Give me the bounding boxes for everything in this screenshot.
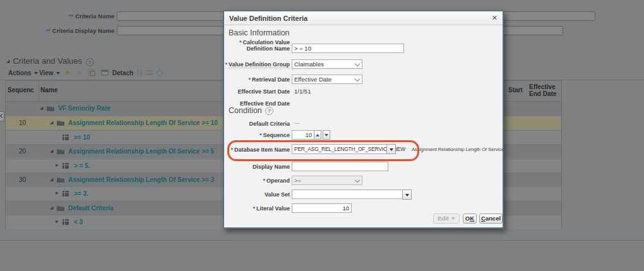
tree-node-label[interactable]: Default Criteria bbox=[68, 205, 114, 212]
help-icon[interactable]: ? bbox=[86, 58, 94, 66]
collapse-icon[interactable]: ◢ bbox=[50, 120, 53, 125]
add-button[interactable]: + bbox=[65, 67, 70, 77]
grid-icon bbox=[63, 135, 69, 140]
ok-button[interactable]: OK bbox=[463, 214, 477, 224]
sequence-input[interactable]: 10 bbox=[292, 130, 314, 140]
retrieval-date-label: *Retrieval Date bbox=[224, 76, 290, 83]
sequence-cell: 10 bbox=[6, 119, 26, 126]
dialog-title: Value Definition Criteria bbox=[229, 15, 307, 22]
view-menu[interactable]: View bbox=[39, 69, 60, 76]
calc-value-definition-name-label: *Calculation Value Definition Name bbox=[224, 39, 290, 52]
chevron-down-icon bbox=[355, 178, 360, 183]
panel-splitter-handle[interactable] bbox=[0, 111, 4, 121]
help-icon[interactable]: ? bbox=[265, 107, 273, 115]
expand-icon[interactable]: ▸ bbox=[56, 190, 59, 196]
dropdown-arrow-icon bbox=[405, 194, 409, 196]
dropdown-arrow-icon bbox=[390, 148, 393, 151]
column-header-effective-start[interactable]: Start bbox=[508, 87, 523, 93]
column-header-name[interactable]: Name bbox=[40, 87, 57, 93]
chevron-down-icon bbox=[34, 72, 38, 75]
criteria-display-name-label: **Criteria Display Name bbox=[25, 27, 114, 34]
grid-icon bbox=[63, 219, 69, 225]
collapse-icon[interactable]: ◢ bbox=[50, 177, 53, 182]
dialog-titlebar: Value Definition Criteria ✕ bbox=[224, 11, 503, 25]
sequence-increment-button[interactable] bbox=[314, 130, 321, 140]
folder-icon bbox=[47, 105, 54, 111]
page: **Criteria Name **Criteria Display Name … bbox=[0, 0, 644, 271]
basic-information-section-header: Basic Information bbox=[229, 28, 290, 37]
effective-start-date-value: 1/1/51 bbox=[294, 88, 311, 95]
required-marker: ** bbox=[69, 13, 73, 20]
tree-node-label[interactable]: > = 5. bbox=[74, 162, 90, 169]
value-set-label: Value Set bbox=[224, 191, 290, 198]
display-name-input[interactable] bbox=[292, 162, 388, 171]
expand-icon[interactable]: ▸ bbox=[56, 162, 59, 168]
sequence-label: *Sequence bbox=[224, 132, 290, 138]
grid-icon bbox=[63, 163, 69, 169]
refresh-icon bbox=[156, 69, 164, 76]
chevron-down-icon bbox=[355, 76, 360, 81]
sequence-cell: 20 bbox=[6, 148, 26, 155]
column-divider bbox=[39, 81, 39, 102]
value-definition-group-label: *Value Definition Group bbox=[224, 61, 290, 68]
default-criteria-label: Default Criteria bbox=[224, 121, 290, 127]
effective-start-date-label: Effective Start Date bbox=[224, 88, 290, 95]
detach-button[interactable]: Detach bbox=[101, 69, 133, 76]
operand-label: *Operand bbox=[224, 178, 290, 184]
value-set-dropdown-button[interactable] bbox=[402, 190, 412, 200]
column-header-effective-end[interactable]: Effective End Date bbox=[529, 83, 566, 97]
value-definition-group-select[interactable]: Claimables bbox=[292, 59, 362, 69]
condition-section-header: Condition? bbox=[229, 106, 273, 115]
footer-divider bbox=[0, 240, 644, 241]
chevron-down-icon bbox=[451, 217, 455, 220]
close-icon[interactable]: ✕ bbox=[492, 14, 498, 22]
database-item-name-dropdown-button[interactable] bbox=[386, 144, 396, 154]
column-header-sequence[interactable]: Sequenc bbox=[8, 87, 34, 93]
tree-node-label[interactable]: >= 3. bbox=[74, 190, 88, 197]
tree-node-label[interactable]: < 3 bbox=[74, 219, 83, 226]
value-definition-criteria-dialog: Value Definition Criteria ✕ Basic Inform… bbox=[223, 10, 504, 229]
sequence-cell: 30 bbox=[6, 176, 26, 183]
database-item-name-input[interactable]: PER_ASG_REL_LENGTH_OF_SERVICE_NEW bbox=[292, 144, 389, 154]
tree-node-label[interactable]: >= 10 bbox=[74, 134, 90, 141]
criteria-name-label: **Criteria Name bbox=[25, 13, 114, 20]
folder-icon bbox=[57, 120, 64, 126]
value-set-input[interactable] bbox=[292, 190, 405, 199]
collapse-arrow-icon bbox=[0, 114, 4, 118]
default-criteria-indicator[interactable]: — bbox=[294, 120, 300, 126]
database-item-name-label: *Database Item Name bbox=[224, 147, 290, 153]
collapse-icon[interactable]: ◢ bbox=[50, 205, 53, 210]
folder-icon bbox=[57, 148, 64, 154]
folder-icon bbox=[57, 177, 64, 183]
calc-value-definition-name-input[interactable]: > = 10 bbox=[292, 44, 404, 53]
cancel-button[interactable]: Cancel bbox=[479, 214, 503, 224]
sequence-decrement-button[interactable] bbox=[323, 130, 330, 140]
demote-icon bbox=[146, 69, 153, 76]
promote-icon bbox=[136, 69, 143, 76]
database-item-description: Assignment Relationship Length Of Servic… bbox=[412, 147, 504, 152]
expand-icon[interactable]: ▸ bbox=[56, 218, 59, 224]
display-name-label: Display Name bbox=[224, 164, 290, 170]
folder-icon bbox=[57, 205, 64, 211]
required-marker: ** bbox=[45, 27, 50, 34]
delete-button[interactable]: ✕ bbox=[77, 69, 82, 76]
tree-node-label[interactable]: Assignment Relationship Length Of Servic… bbox=[68, 176, 214, 183]
tree-node-label[interactable]: VF Seniority Rate bbox=[58, 105, 110, 112]
criteria-and-values-section-header: ◢Criteria and Values? bbox=[6, 56, 94, 66]
retrieval-date-select[interactable]: Effective Date bbox=[292, 75, 362, 84]
chevron-down-icon bbox=[56, 72, 60, 75]
edit-button: Edit bbox=[433, 214, 460, 224]
actions-menu[interactable]: Actions bbox=[8, 69, 38, 76]
literal-value-input[interactable]: 10 bbox=[292, 203, 352, 213]
tree-node-label[interactable]: Assignment Relationship Length Of Servic… bbox=[68, 119, 218, 126]
section-expand-icon[interactable]: ◢ bbox=[6, 59, 9, 63]
chevron-down-icon bbox=[355, 61, 360, 66]
collapse-icon[interactable]: ◢ bbox=[40, 105, 43, 111]
tree-node-label[interactable]: Assignment Relationship Length Of Servic… bbox=[68, 148, 214, 155]
collapse-icon[interactable]: ◢ bbox=[50, 148, 53, 154]
operand-select[interactable]: >= bbox=[292, 176, 362, 185]
paste-icon[interactable] bbox=[88, 69, 95, 76]
literal-value-label: *Literal Value bbox=[224, 205, 290, 212]
grid-icon bbox=[63, 191, 69, 196]
section-title: Criteria and Values bbox=[13, 56, 82, 66]
